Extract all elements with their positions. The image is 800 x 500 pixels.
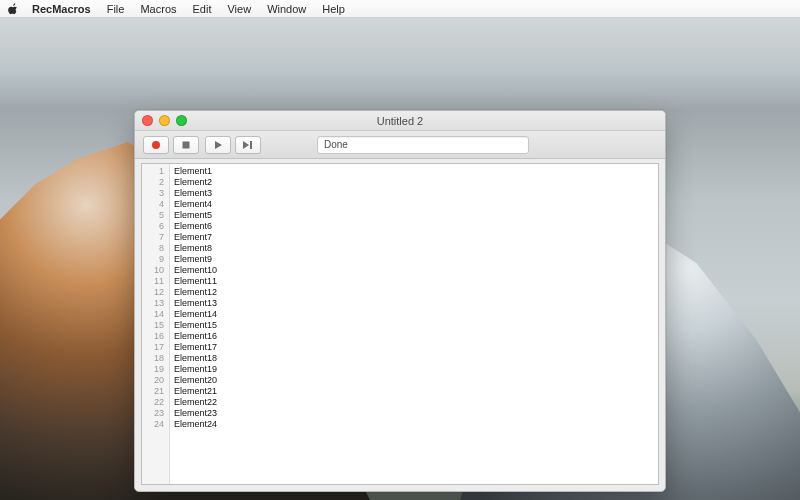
svg-point-0 — [152, 141, 160, 149]
line-number: 24 — [142, 419, 169, 430]
editor-line[interactable]: Element4 — [174, 199, 658, 210]
editor-line[interactable]: Element19 — [174, 364, 658, 375]
editor-line[interactable]: Element14 — [174, 309, 658, 320]
svg-rect-4 — [250, 141, 252, 149]
line-number: 14 — [142, 309, 169, 320]
toolbar-transport-group — [143, 136, 199, 154]
svg-marker-2 — [215, 141, 222, 149]
editor-line[interactable]: Element8 — [174, 243, 658, 254]
editor[interactable]: 123456789101112131415161718192021222324 … — [141, 163, 659, 485]
line-number: 19 — [142, 364, 169, 375]
line-number: 21 — [142, 386, 169, 397]
svg-rect-1 — [183, 141, 190, 148]
editor-line[interactable]: Element16 — [174, 331, 658, 342]
editor-line[interactable]: Element6 — [174, 221, 658, 232]
step-button[interactable] — [235, 136, 261, 154]
editor-line[interactable]: Element17 — [174, 342, 658, 353]
editor-line[interactable]: Element18 — [174, 353, 658, 364]
line-number: 20 — [142, 375, 169, 386]
apple-icon — [8, 3, 18, 15]
line-number: 11 — [142, 276, 169, 287]
window-close-button[interactable] — [142, 115, 153, 126]
play-button[interactable] — [205, 136, 231, 154]
editor-line[interactable]: Element13 — [174, 298, 658, 309]
line-number: 10 — [142, 265, 169, 276]
menubar-item-file[interactable]: File — [99, 0, 133, 18]
line-number: 6 — [142, 221, 169, 232]
menubar-app-name[interactable]: RecMacros — [24, 0, 99, 18]
menubar-item-macros[interactable]: Macros — [132, 0, 184, 18]
line-number: 23 — [142, 408, 169, 419]
editor-line[interactable]: Element3 — [174, 188, 658, 199]
app-window: Untitled 2 Done — [134, 110, 666, 492]
editor-lines[interactable]: Element1Element2Element3Element4Element5… — [170, 164, 658, 484]
toolbar-play-group — [205, 136, 261, 154]
editor-line[interactable]: Element1 — [174, 166, 658, 177]
window-zoom-button[interactable] — [176, 115, 187, 126]
editor-line[interactable]: Element2 — [174, 177, 658, 188]
line-number: 12 — [142, 287, 169, 298]
editor-line[interactable]: Element23 — [174, 408, 658, 419]
editor-line[interactable]: Element7 — [174, 232, 658, 243]
line-number: 2 — [142, 177, 169, 188]
desktop: RecMacros File Macros Edit View Window H… — [0, 0, 800, 500]
editor-line[interactable]: Element12 — [174, 287, 658, 298]
editor-line[interactable]: Element24 — [174, 419, 658, 430]
play-icon — [213, 140, 223, 150]
editor-line[interactable]: Element11 — [174, 276, 658, 287]
line-number: 7 — [142, 232, 169, 243]
window-minimize-button[interactable] — [159, 115, 170, 126]
editor-line[interactable]: Element20 — [174, 375, 658, 386]
line-number: 15 — [142, 320, 169, 331]
editor-line[interactable]: Element10 — [174, 265, 658, 276]
status-field: Done — [317, 136, 529, 154]
line-number: 1 — [142, 166, 169, 177]
toolbar: Done — [135, 131, 665, 159]
editor-line[interactable]: Element22 — [174, 397, 658, 408]
menubar-item-edit[interactable]: Edit — [185, 0, 220, 18]
traffic-lights — [142, 115, 187, 126]
apple-menu[interactable] — [6, 3, 20, 15]
line-number-gutter: 123456789101112131415161718192021222324 — [142, 164, 170, 484]
line-number: 5 — [142, 210, 169, 221]
window-titlebar[interactable]: Untitled 2 — [135, 111, 665, 131]
line-number: 22 — [142, 397, 169, 408]
step-icon — [242, 140, 254, 150]
line-number: 17 — [142, 342, 169, 353]
editor-line[interactable]: Element21 — [174, 386, 658, 397]
stop-icon — [181, 140, 191, 150]
menubar: RecMacros File Macros Edit View Window H… — [0, 0, 800, 18]
line-number: 8 — [142, 243, 169, 254]
menubar-item-view[interactable]: View — [219, 0, 259, 18]
editor-line[interactable]: Element5 — [174, 210, 658, 221]
svg-marker-3 — [243, 141, 249, 149]
line-number: 18 — [142, 353, 169, 364]
menubar-item-help[interactable]: Help — [314, 0, 353, 18]
line-number: 13 — [142, 298, 169, 309]
window-title: Untitled 2 — [135, 115, 665, 127]
editor-line[interactable]: Element15 — [174, 320, 658, 331]
menubar-item-window[interactable]: Window — [259, 0, 314, 18]
window-content: 123456789101112131415161718192021222324 … — [135, 159, 665, 491]
stop-button[interactable] — [173, 136, 199, 154]
line-number: 9 — [142, 254, 169, 265]
record-button[interactable] — [143, 136, 169, 154]
line-number: 4 — [142, 199, 169, 210]
record-icon — [151, 140, 161, 150]
editor-line[interactable]: Element9 — [174, 254, 658, 265]
line-number: 3 — [142, 188, 169, 199]
line-number: 16 — [142, 331, 169, 342]
